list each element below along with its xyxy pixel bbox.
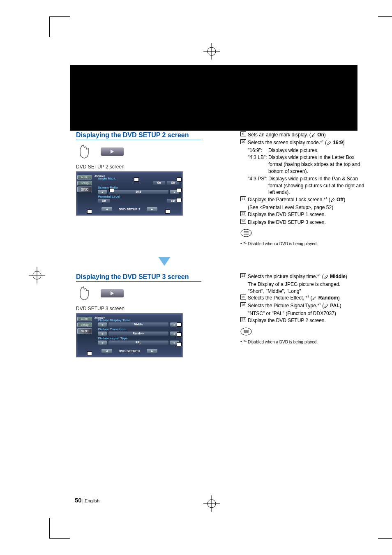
next-button[interactable] <box>101 289 124 297</box>
section-dvd-setup-2: Displaying the DVD SETUP 2 screen DVD SE… <box>76 131 360 216</box>
row-pt-label: Picture Transition <box>98 327 179 331</box>
section-heading: Displaying the DVD SETUP 3 screen <box>76 273 201 282</box>
note-text-2: Disabled when a DVD is being played. <box>247 340 318 345</box>
callout-13: 13 <box>165 210 170 214</box>
num-10: 10 <box>240 139 246 144</box>
footer-prev: ◄ <box>101 349 112 353</box>
screen-ratio-value: 16:9 <box>108 190 168 194</box>
def-169-desc: Displays wide pictures. <box>268 147 368 154</box>
num-11: 11 <box>240 196 246 201</box>
note-text-1: Disabled when a DVD is being played. <box>247 242 318 246</box>
pencil-icon <box>324 274 329 279</box>
num-13: 13 <box>240 219 246 224</box>
pencil-icon <box>324 304 329 309</box>
page-language: English <box>85 498 99 503</box>
dvd-setup-3-screenshot: Audio SetUp SRC Menu Picture Display Tim… <box>76 313 183 357</box>
note-icon <box>240 327 252 336</box>
svg-marker-16 <box>158 257 171 266</box>
callout-10a: 10 <box>109 188 114 192</box>
callout-15: 15 <box>177 332 182 336</box>
section1-descriptions: 9 Sets an angle mark display. ( On) 10 S… <box>240 131 368 247</box>
footer-prev: ◄ <box>101 207 112 211</box>
callout-16: 16 <box>177 342 182 346</box>
callout-9b: 9 <box>177 177 182 182</box>
continue-down-arrow-icon <box>158 257 171 267</box>
footer-title: DVD SETUP 2 <box>114 207 145 211</box>
num-12: 12 <box>240 211 246 216</box>
crop-mark-tr <box>378 16 392 37</box>
registration-mark-left <box>29 267 45 283</box>
text-11: Displays the Parental Lock screen.* <box>248 197 325 203</box>
text-14: Selects the picture display time.* <box>248 274 319 279</box>
text-10: Selects the screen display mode.* <box>248 140 322 145</box>
default-15: Random <box>317 295 338 301</box>
def-43ps-term: "4:3 PS": <box>248 175 268 196</box>
def-43lb-term: "4:3 LB": <box>248 154 268 175</box>
dvd-setup-2-screenshot: Audio SetUp SRC Menu Angle Mark On Off S… <box>76 171 183 216</box>
header-black-band <box>70 65 357 131</box>
crop-mark-br <box>378 518 392 539</box>
default-10: 16:9 <box>332 140 343 145</box>
touch-hand-icon <box>76 143 92 160</box>
registration-mark-bottom <box>203 495 220 512</box>
callout-14: 14 <box>177 322 182 327</box>
text-14b: The Display of a JPEG picture is changed… <box>248 281 368 288</box>
pst-value: PAL <box>108 341 168 345</box>
crop-mark-tl <box>49 16 70 37</box>
section2-descriptions: 14 Selects the picture display time.*1 (… <box>240 273 368 345</box>
row-pst-label: Picture signal Type <box>98 336 179 340</box>
screen-ratio-prev: ◄ <box>98 190 107 194</box>
row-pdt-label: Picture Display Time <box>98 318 179 322</box>
footer-next: ► <box>147 349 157 353</box>
num-16: 16 <box>240 302 246 307</box>
pdt-prev: ◄ <box>98 322 107 327</box>
pencil-icon <box>312 296 317 301</box>
footer-next: ► <box>147 207 157 211</box>
section-heading: Displaying the DVD SETUP 2 screen <box>76 131 201 140</box>
page-number: 50 <box>75 497 82 504</box>
text-16: Selects the Picture Signal Type.* <box>248 303 319 309</box>
callout-12: 12 <box>87 210 92 214</box>
pt-value: Random <box>108 332 168 336</box>
default-14: Middle <box>329 274 346 279</box>
text-9: Sets an angle mark display. ( <box>248 132 311 138</box>
default-11: Off <box>335 197 344 203</box>
text-15: Selects the Picture Effect. * <box>248 295 307 301</box>
default-16: PAL <box>329 303 339 309</box>
text-12: Displays the DVD SETUP 1 screen. <box>248 211 368 218</box>
next-button[interactable] <box>101 147 124 156</box>
text-16b: "NTSC" or "PAL" (Function of DDX7037) <box>248 310 368 317</box>
row-parental-level-label: Parental Level <box>98 195 179 198</box>
pencil-icon <box>330 198 335 203</box>
text-13: Displays the DVD SETUP 3 screen. <box>248 219 368 226</box>
callout-17: 17 <box>87 351 92 355</box>
crop-mark-bl <box>49 518 70 539</box>
text-17: Displays the DVD SETUP 2 screen. <box>248 317 368 324</box>
page-divider: | <box>82 498 83 504</box>
touch-hand-icon <box>76 285 92 302</box>
angle-mark-on: On <box>153 181 165 185</box>
def-169-term: "16:9": <box>248 147 268 154</box>
num-14: 14 <box>240 273 246 278</box>
num-17: 17 <box>240 317 246 322</box>
pst-prev: ◄ <box>98 341 107 345</box>
def-43ps-desc: Displays wide pictures in the Pan & Scan… <box>268 175 368 196</box>
pdt-value: Middle <box>108 322 168 327</box>
num-9: 9 <box>240 131 246 136</box>
callout-11: 11 <box>177 198 182 202</box>
default-9: On <box>316 132 324 138</box>
note-icon <box>240 229 252 237</box>
pencil-icon <box>311 133 316 138</box>
footer-title: DVD SETUP 3 <box>114 349 145 353</box>
parental-level-value: Off <box>98 199 110 203</box>
text-14c: "Short", "Middle", "Long" <box>248 288 368 295</box>
callout-9a: 9 <box>134 177 139 182</box>
num-15: 15 <box>240 295 246 299</box>
section-dvd-setup-3: Displaying the DVD SETUP 3 screen DVD SE… <box>76 273 360 357</box>
text-11b: (See <Parental Level Setup>, page 52) <box>248 204 368 211</box>
registration-mark-top <box>203 43 220 60</box>
pencil-icon <box>327 140 332 145</box>
def-43lb-desc: Displays wide pictures in the Letter Box… <box>268 154 368 175</box>
pt-prev: ◄ <box>98 332 107 336</box>
callout-10b: 10 <box>177 188 182 192</box>
